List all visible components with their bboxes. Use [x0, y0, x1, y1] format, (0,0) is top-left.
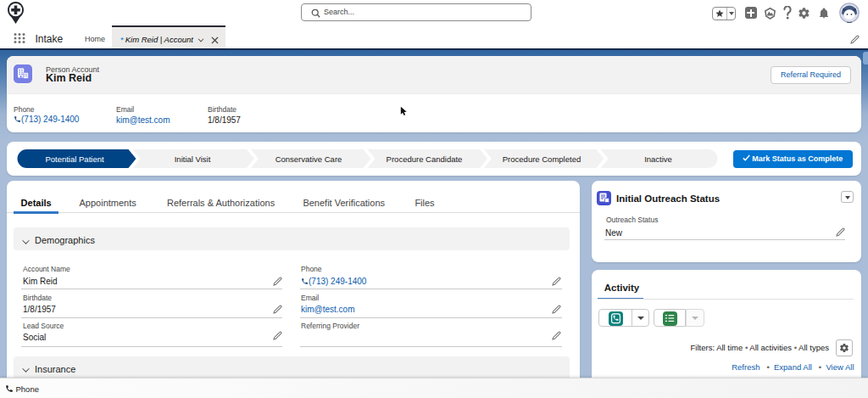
svg-text:Procedure Completed: Procedure Completed: [503, 154, 581, 164]
svg-text:Initial Visit: Initial Visit: [175, 154, 211, 164]
svg-text:Procedure Candidate: Procedure Candidate: [387, 154, 463, 164]
svg-text:Conservative Care: Conservative Care: [275, 154, 342, 164]
svg-text:Potential Patient: Potential Patient: [45, 154, 104, 164]
svg-text:Inactive: Inactive: [644, 154, 672, 164]
